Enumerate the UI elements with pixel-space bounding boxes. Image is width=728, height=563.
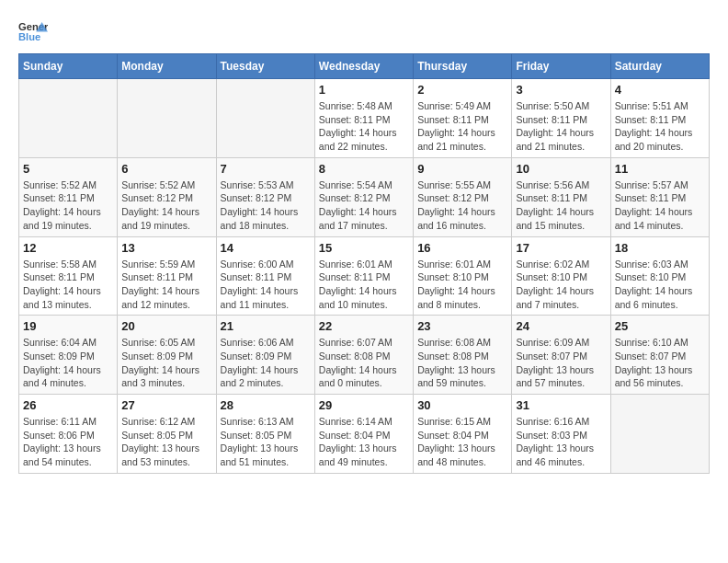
day-number: 10 <box>516 162 606 176</box>
day-info: Sunrise: 6:07 AM Sunset: 8:08 PM Dayligh… <box>319 336 409 390</box>
day-number: 20 <box>121 319 211 333</box>
day-info: Sunrise: 6:16 AM Sunset: 8:03 PM Dayligh… <box>516 415 606 469</box>
day-info: Sunrise: 6:09 AM Sunset: 8:07 PM Dayligh… <box>516 336 606 390</box>
calendar-day-cell: 3Sunrise: 5:50 AM Sunset: 8:11 PM Daylig… <box>512 79 610 158</box>
day-number: 2 <box>417 83 507 97</box>
calendar-day-cell: 15Sunrise: 6:01 AM Sunset: 8:11 PM Dayli… <box>314 236 413 316</box>
day-number: 18 <box>615 241 705 255</box>
day-info: Sunrise: 5:48 AM Sunset: 8:11 PM Dayligh… <box>319 99 409 154</box>
calendar-day-cell: 18Sunrise: 6:03 AM Sunset: 8:10 PM Dayli… <box>610 236 709 316</box>
day-info: Sunrise: 5:55 AM Sunset: 8:12 PM Dayligh… <box>417 178 507 233</box>
calendar-day-cell <box>610 395 709 474</box>
day-number: 4 <box>615 83 705 97</box>
day-number: 21 <box>221 319 311 333</box>
day-info: Sunrise: 6:04 AM Sunset: 8:09 PM Dayligh… <box>23 336 113 390</box>
day-info: Sunrise: 5:59 AM Sunset: 8:11 PM Dayligh… <box>121 258 211 312</box>
day-number: 5 <box>23 162 113 176</box>
day-info: Sunrise: 6:01 AM Sunset: 8:10 PM Dayligh… <box>417 258 507 312</box>
day-of-week-header: Friday <box>512 54 610 79</box>
day-info: Sunrise: 5:52 AM Sunset: 8:12 PM Dayligh… <box>121 178 211 233</box>
day-number: 24 <box>516 319 606 333</box>
calendar-day-cell: 25Sunrise: 6:10 AM Sunset: 8:07 PM Dayli… <box>610 316 709 395</box>
calendar-day-cell: 28Sunrise: 6:13 AM Sunset: 8:05 PM Dayli… <box>216 395 314 474</box>
day-info: Sunrise: 5:49 AM Sunset: 8:11 PM Dayligh… <box>417 99 507 154</box>
day-info: Sunrise: 6:01 AM Sunset: 8:11 PM Dayligh… <box>319 258 409 312</box>
calendar-day-cell: 16Sunrise: 6:01 AM Sunset: 8:10 PM Dayli… <box>414 236 512 316</box>
day-number: 28 <box>221 398 311 412</box>
calendar-day-cell: 12Sunrise: 5:58 AM Sunset: 8:11 PM Dayli… <box>19 236 118 316</box>
day-number: 3 <box>516 83 606 97</box>
calendar-week-row: 12Sunrise: 5:58 AM Sunset: 8:11 PM Dayli… <box>19 236 710 316</box>
day-info: Sunrise: 6:03 AM Sunset: 8:10 PM Dayligh… <box>615 258 705 312</box>
day-of-week-header: Saturday <box>610 54 709 79</box>
day-info: Sunrise: 5:53 AM Sunset: 8:12 PM Dayligh… <box>221 178 311 233</box>
day-number: 14 <box>221 241 311 255</box>
day-number: 12 <box>23 241 113 255</box>
day-number: 6 <box>121 162 211 176</box>
day-info: Sunrise: 5:56 AM Sunset: 8:11 PM Dayligh… <box>516 178 606 233</box>
day-number: 22 <box>319 319 409 333</box>
calendar-week-row: 26Sunrise: 6:11 AM Sunset: 8:06 PM Dayli… <box>19 395 710 474</box>
day-info: Sunrise: 6:14 AM Sunset: 8:04 PM Dayligh… <box>319 415 409 469</box>
day-info: Sunrise: 6:11 AM Sunset: 8:06 PM Dayligh… <box>23 415 113 469</box>
day-number: 11 <box>615 162 705 176</box>
day-info: Sunrise: 6:05 AM Sunset: 8:09 PM Dayligh… <box>121 336 211 390</box>
day-number: 8 <box>319 162 409 176</box>
day-number: 27 <box>121 398 211 412</box>
calendar-day-cell: 22Sunrise: 6:07 AM Sunset: 8:08 PM Dayli… <box>314 316 413 395</box>
day-number: 9 <box>417 162 507 176</box>
day-info: Sunrise: 5:57 AM Sunset: 8:11 PM Dayligh… <box>615 178 705 233</box>
day-info: Sunrise: 5:52 AM Sunset: 8:11 PM Dayligh… <box>23 178 113 233</box>
calendar-day-cell: 11Sunrise: 5:57 AM Sunset: 8:11 PM Dayli… <box>610 157 709 236</box>
day-number: 30 <box>417 398 507 412</box>
calendar-day-cell: 31Sunrise: 6:16 AM Sunset: 8:03 PM Dayli… <box>512 395 610 474</box>
day-of-week-header: Tuesday <box>216 54 314 79</box>
calendar-day-cell: 14Sunrise: 6:00 AM Sunset: 8:11 PM Dayli… <box>216 236 314 316</box>
day-number: 15 <box>319 241 409 255</box>
day-info: Sunrise: 6:08 AM Sunset: 8:08 PM Dayligh… <box>417 336 507 390</box>
calendar-day-cell: 9Sunrise: 5:55 AM Sunset: 8:12 PM Daylig… <box>414 157 512 236</box>
day-info: Sunrise: 6:12 AM Sunset: 8:05 PM Dayligh… <box>121 415 211 469</box>
day-number: 31 <box>516 398 606 412</box>
day-number: 17 <box>516 241 606 255</box>
day-number: 25 <box>615 319 705 333</box>
day-info: Sunrise: 5:50 AM Sunset: 8:11 PM Dayligh… <box>516 99 606 154</box>
calendar-day-cell: 7Sunrise: 5:53 AM Sunset: 8:12 PM Daylig… <box>216 157 314 236</box>
calendar-day-cell: 27Sunrise: 6:12 AM Sunset: 8:05 PM Dayli… <box>118 395 216 474</box>
day-info: Sunrise: 5:54 AM Sunset: 8:12 PM Dayligh… <box>319 178 409 233</box>
calendar-day-cell: 1Sunrise: 5:48 AM Sunset: 8:11 PM Daylig… <box>314 79 413 158</box>
calendar-day-cell: 8Sunrise: 5:54 AM Sunset: 8:12 PM Daylig… <box>314 157 413 236</box>
calendar-day-cell: 21Sunrise: 6:06 AM Sunset: 8:09 PM Dayli… <box>216 316 314 395</box>
calendar-day-cell: 13Sunrise: 5:59 AM Sunset: 8:11 PM Dayli… <box>118 236 216 316</box>
calendar-day-cell: 5Sunrise: 5:52 AM Sunset: 8:11 PM Daylig… <box>19 157 118 236</box>
day-info: Sunrise: 5:51 AM Sunset: 8:11 PM Dayligh… <box>615 99 705 154</box>
calendar-day-cell: 17Sunrise: 6:02 AM Sunset: 8:10 PM Dayli… <box>512 236 610 316</box>
calendar-day-cell: 29Sunrise: 6:14 AM Sunset: 8:04 PM Dayli… <box>314 395 413 474</box>
day-number: 7 <box>221 162 311 176</box>
calendar-day-cell: 2Sunrise: 5:49 AM Sunset: 8:11 PM Daylig… <box>414 79 512 158</box>
day-of-week-header: Thursday <box>414 54 512 79</box>
day-of-week-header: Wednesday <box>314 54 413 79</box>
calendar-week-row: 1Sunrise: 5:48 AM Sunset: 8:11 PM Daylig… <box>19 79 710 158</box>
day-number: 1 <box>319 83 409 97</box>
day-info: Sunrise: 5:58 AM Sunset: 8:11 PM Dayligh… <box>23 258 113 312</box>
page-header: General Blue <box>18 18 710 44</box>
calendar-day-cell <box>216 79 314 158</box>
day-number: 16 <box>417 241 507 255</box>
day-info: Sunrise: 6:10 AM Sunset: 8:07 PM Dayligh… <box>615 336 705 390</box>
day-info: Sunrise: 6:13 AM Sunset: 8:05 PM Dayligh… <box>221 415 311 469</box>
calendar-day-cell: 30Sunrise: 6:15 AM Sunset: 8:04 PM Dayli… <box>414 395 512 474</box>
day-of-week-header: Monday <box>118 54 216 79</box>
day-number: 13 <box>121 241 211 255</box>
day-of-week-header: Sunday <box>19 54 118 79</box>
calendar-day-cell: 23Sunrise: 6:08 AM Sunset: 8:08 PM Dayli… <box>414 316 512 395</box>
day-number: 19 <box>23 319 113 333</box>
logo-icon: General Blue <box>18 18 48 44</box>
calendar-header-row: SundayMondayTuesdayWednesdayThursdayFrid… <box>19 54 710 79</box>
calendar-day-cell: 20Sunrise: 6:05 AM Sunset: 8:09 PM Dayli… <box>118 316 216 395</box>
calendar-day-cell: 26Sunrise: 6:11 AM Sunset: 8:06 PM Dayli… <box>19 395 118 474</box>
day-info: Sunrise: 6:00 AM Sunset: 8:11 PM Dayligh… <box>221 258 311 312</box>
calendar-day-cell <box>19 79 118 158</box>
calendar-day-cell <box>118 79 216 158</box>
day-number: 26 <box>23 398 113 412</box>
